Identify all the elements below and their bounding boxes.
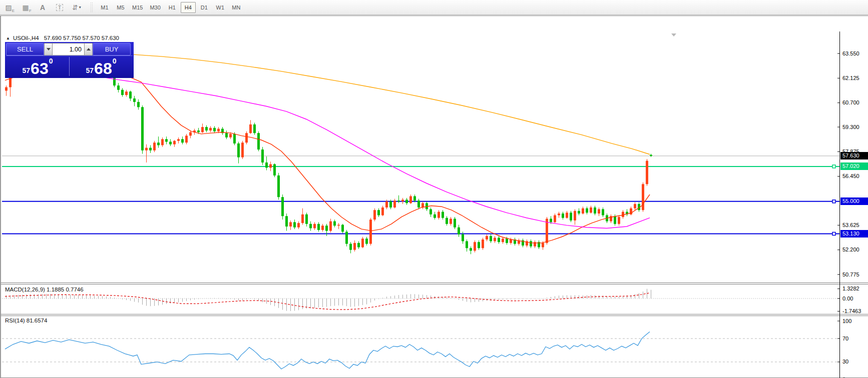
- price-badge-53.130: 53.130: [840, 230, 868, 238]
- ma-slow: [134, 54, 650, 154]
- rsi-axis-label-30: 30: [842, 358, 848, 365]
- price-label-56.450: 56.450: [842, 173, 859, 180]
- macd-axis-label-1.3282: 1.3282: [842, 286, 859, 292]
- price-badge-57.630: 57.630: [840, 152, 868, 160]
- timeframe-buttons: M1M5M15M30H1H4D1W1MN: [97, 2, 244, 13]
- volume-increase-button[interactable]: [84, 43, 93, 56]
- sell-price[interactable]: 57 63 0: [6, 56, 69, 77]
- sell-price-big: 63: [31, 61, 49, 76]
- text-label-icon[interactable]: A: [35, 2, 50, 14]
- symbol-period-label: USOil-,H4: [13, 35, 39, 41]
- price-label-62.125: 62.125: [842, 75, 859, 82]
- sell-price-prefix: 57: [23, 66, 31, 74]
- timeframe-button-m1[interactable]: M1: [97, 2, 112, 13]
- sell-button[interactable]: SELL: [6, 43, 44, 56]
- text-box-icon[interactable]: T: [52, 2, 67, 14]
- buy-price-prefix: 57: [86, 66, 94, 74]
- timeframe-button-h4[interactable]: H4: [181, 2, 196, 13]
- rsi-axis-label-100: 100: [842, 318, 851, 324]
- rsi-line: [5, 332, 650, 368]
- timeframe-button-m15[interactable]: M15: [129, 2, 146, 13]
- triangle-down-icon: [47, 48, 51, 50]
- grid-f-icon[interactable]: ▦F: [18, 2, 33, 14]
- toolbar-separator: [90, 2, 94, 13]
- grid-f-icon-glyph: ▦: [22, 4, 29, 12]
- chart-title: ▲ USOil-,H4 57.690 57.750 57.570 57.630: [6, 35, 119, 41]
- timeframe-button-m5[interactable]: M5: [113, 2, 128, 13]
- arrows-tool-icon[interactable]: ⇵▾: [69, 2, 84, 14]
- price-label-53.625: 53.625: [842, 222, 859, 228]
- buy-button[interactable]: BUY: [93, 43, 131, 56]
- timeframe-button-h1[interactable]: H1: [165, 2, 180, 13]
- drawing-tools: ▨E▦FAT⇵▾: [0, 2, 85, 14]
- arrows-tool-icon-sub: ▾: [79, 5, 81, 10]
- price-label-50.775: 50.775: [842, 272, 859, 278]
- timeframe-button-mn[interactable]: MN: [229, 2, 244, 13]
- macd-signal-line: [5, 293, 650, 310]
- buy-price-big: 68: [94, 61, 112, 76]
- buy-price-sup: 0: [113, 57, 117, 65]
- timeframe-button-m30[interactable]: M30: [147, 2, 163, 13]
- chart-window[interactable]: ▲ USOil-,H4 57.690 57.750 57.570 57.630 …: [0, 16, 868, 378]
- mt4-window: ▨E▦FAT⇵▾ M1M5M15M30H1H4D1W1MN ▲ USOil-,H…: [0, 0, 868, 378]
- macd-axis-label-0.00: 0.00: [842, 296, 853, 302]
- volume-decrease-button[interactable]: [44, 43, 53, 56]
- arrows-tool-icon-glyph: ⇵: [72, 4, 78, 12]
- buy-price[interactable]: 57 68 0: [70, 56, 133, 77]
- price-label-60.700: 60.700: [842, 100, 859, 106]
- price-badge-57.020: 57.020: [840, 162, 868, 170]
- ohlc-values: 57.690 57.750 57.570 57.630: [44, 35, 119, 41]
- sell-price-sup: 0: [49, 57, 53, 65]
- trade-panel-collapse-arrow[interactable]: ▲: [6, 36, 10, 40]
- chart-shift-marker[interactable]: [671, 34, 676, 36]
- price-axis[interactable]: 63.55062.12560.70059.30057.87556.45053.6…: [840, 32, 868, 378]
- price-label-52.200: 52.200: [842, 246, 859, 253]
- macd-label: MACD(12,26,9) 1.1885 0.7746: [5, 286, 84, 292]
- rsi-label: RSI(14) 81.6574: [5, 318, 47, 324]
- price-badge-55.000: 55.000: [840, 198, 868, 205]
- pattern-e-icon[interactable]: ▨E: [1, 2, 16, 14]
- toolbar: ▨E▦FAT⇵▾ M1M5M15M30H1H4D1W1MN: [0, 0, 868, 15]
- one-click-trade-panel: SELL BUY 57 63 0 57 68 0: [5, 42, 134, 78]
- triangle-up-icon: [87, 48, 91, 50]
- grid-f-icon-sub: F: [29, 8, 32, 13]
- text-box-icon-glyph: T: [56, 4, 64, 11]
- price-label-63.550: 63.550: [842, 50, 859, 57]
- pattern-e-icon-glyph: ▨: [5, 4, 12, 12]
- ma-fast: [5, 64, 650, 242]
- timeframe-button-d1[interactable]: D1: [197, 2, 212, 13]
- rsi-axis-label-70: 70: [842, 336, 848, 342]
- timeframe-button-w1[interactable]: W1: [213, 2, 228, 13]
- volume-input[interactable]: [53, 43, 84, 56]
- macd-axis-label--1.7463: -1.7463: [842, 308, 861, 314]
- pattern-e-icon-sub: E: [12, 8, 15, 13]
- rsi-axis-label-0: 0: [842, 376, 845, 378]
- text-label-icon-glyph: A: [40, 4, 45, 12]
- price-label-59.300: 59.300: [842, 124, 859, 130]
